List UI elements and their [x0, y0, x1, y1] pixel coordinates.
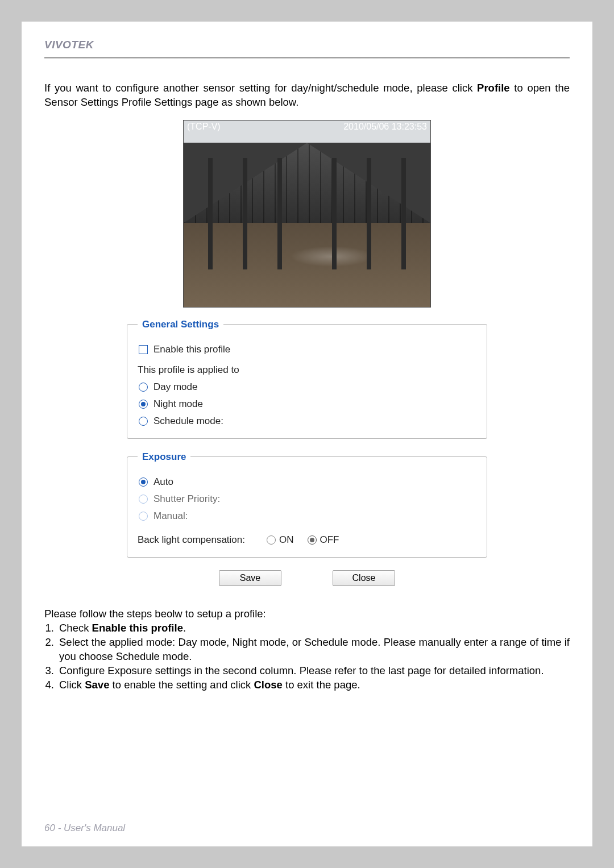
step4-e: to exit the page. — [283, 679, 360, 691]
step4-d: Close — [254, 679, 282, 691]
settings-panel: General Settings Enable this profile Thi… — [127, 319, 487, 586]
night-mode-label: Night mode — [154, 398, 203, 410]
camera-floor — [184, 223, 430, 307]
night-mode-radio[interactable] — [139, 400, 148, 409]
blc-off-radio[interactable] — [308, 535, 317, 545]
intro-text: If you want to configure another sensor … — [44, 81, 570, 110]
exposure-auto-radio[interactable] — [139, 477, 148, 487]
header-rule — [44, 57, 570, 59]
blc-label: Back light compensation: — [138, 534, 245, 546]
step-2: Select the applied mode: Day mode, Night… — [57, 636, 570, 664]
button-bar: Save Close — [127, 570, 487, 586]
exposure-legend: Exposure — [138, 451, 190, 463]
close-button[interactable]: Close — [333, 570, 395, 586]
blc-off-label: OFF — [320, 534, 339, 546]
step4-b: Save — [85, 679, 109, 691]
save-button[interactable]: Save — [219, 570, 281, 586]
applied-to-label: This profile is applied to — [138, 364, 476, 376]
exposure-manual-radio[interactable] — [139, 512, 148, 521]
steps-intro: Please follow the steps beolw to setup a… — [44, 608, 570, 620]
step-4: Click Save to enable the setting and cli… — [57, 678, 570, 692]
step1-b: Enable this profile — [92, 622, 183, 634]
exposure-group: Exposure Auto Shutter Priority: Manual: … — [127, 451, 487, 558]
camera-timestamp: 2010/05/06 13:23:53 — [343, 122, 427, 132]
enable-profile-label: Enable this profile — [154, 344, 230, 355]
schedule-mode-label: Schedule mode: — [154, 416, 223, 427]
blc-on-label: ON — [279, 534, 294, 546]
exposure-shutter-label: Shutter Priority: — [154, 493, 220, 505]
step-3: Configure Exposure settings in the secon… — [57, 664, 570, 678]
step-1: Check Enable this profile. — [57, 621, 570, 636]
enable-profile-checkbox[interactable] — [139, 345, 148, 354]
day-mode-label: Day mode — [154, 381, 197, 393]
steps-list: Check Enable this profile. Select the ap… — [57, 621, 570, 692]
blc-on-radio[interactable] — [267, 535, 276, 545]
step1-c: . — [183, 622, 186, 634]
exposure-manual-label: Manual: — [154, 510, 188, 522]
step4-a: Click — [59, 679, 85, 691]
intro-part1: If you want to configure another sensor … — [44, 82, 477, 94]
step4-c: to enable the setting and click — [109, 679, 254, 691]
page: VIVOTEK If you want to configure another… — [22, 22, 592, 846]
exposure-shutter-radio[interactable] — [139, 495, 148, 504]
exposure-auto-label: Auto — [154, 476, 173, 488]
step1-a: Check — [59, 622, 92, 634]
camera-preview: (TCP-V) 2010/05/06 13:23:53 — [183, 120, 431, 308]
intro-profile-word: Profile — [477, 82, 510, 94]
camera-label: (TCP-V) — [187, 122, 221, 132]
figure-column: (TCP-V) 2010/05/06 13:23:53 General Sett… — [44, 120, 570, 586]
brand-header: VIVOTEK — [44, 39, 570, 57]
page-footer: 60 - User's Manual — [44, 823, 125, 834]
general-settings-group: General Settings Enable this profile Thi… — [127, 319, 487, 439]
day-mode-radio[interactable] — [139, 383, 148, 392]
general-legend: General Settings — [138, 319, 223, 330]
schedule-mode-radio[interactable] — [139, 417, 148, 426]
